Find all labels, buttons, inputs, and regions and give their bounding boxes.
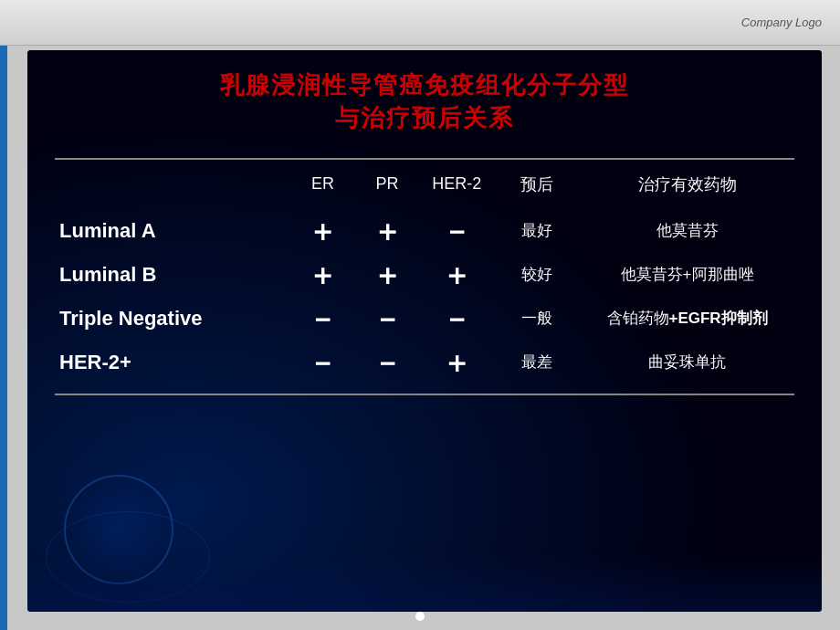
pagination-dot-active bbox=[415, 612, 425, 621]
slide-container: 乳腺浸润性导管癌免疫组化分子分型 与治疗预后关系 ER PR HER-2 预后 … bbox=[27, 50, 822, 612]
header-pr: PR bbox=[355, 169, 419, 209]
row-label-3: HER-2+ bbox=[55, 341, 290, 384]
row-pr-2: － bbox=[355, 297, 419, 341]
row-label-0: Luminal A bbox=[55, 209, 290, 253]
row-treatment-1: 他莫昔芬+阿那曲唑 bbox=[580, 253, 794, 297]
header-prognosis: 预后 bbox=[494, 169, 580, 209]
row-prognosis-0: 最好 bbox=[494, 209, 580, 253]
row-er-1: ＋ bbox=[290, 253, 354, 297]
row-er-3: － bbox=[290, 341, 354, 384]
row-prognosis-2: 一般 bbox=[494, 297, 580, 341]
row-label-2: Triple Negative bbox=[55, 297, 290, 341]
title-line1: 乳腺浸润性导管癌免疫组化分子分型 bbox=[55, 68, 794, 101]
row-label-1: Luminal B bbox=[55, 253, 290, 297]
row-er-2: － bbox=[290, 297, 354, 341]
company-logo: Company Logo bbox=[741, 16, 822, 29]
slide-content: 乳腺浸润性导管癌免疫组化分子分型 与治疗预后关系 ER PR HER-2 预后 … bbox=[27, 50, 822, 414]
row-prognosis-3: 最差 bbox=[494, 341, 580, 384]
row-her2-0: － bbox=[419, 209, 494, 253]
left-accent-bar bbox=[0, 46, 7, 630]
row-er-0: ＋ bbox=[290, 209, 354, 253]
slide-bottom-gradient bbox=[27, 557, 822, 612]
slide-title: 乳腺浸润性导管癌免疫组化分子分型 与治疗预后关系 bbox=[55, 68, 794, 135]
table-row: Triple Negative－－－一般含铂药物+EGFR抑制剂 bbox=[55, 297, 794, 341]
table-header-row: ER PR HER-2 预后 治疗有效药物 bbox=[55, 169, 794, 209]
header-er: ER bbox=[290, 169, 354, 209]
row-pr-0: ＋ bbox=[355, 209, 419, 253]
header-her2: HER-2 bbox=[419, 169, 494, 209]
row-her2-2: － bbox=[419, 297, 494, 341]
table-row: HER-2+－－＋最差曲妥珠单抗 bbox=[55, 341, 794, 384]
row-pr-3: － bbox=[355, 341, 419, 384]
header-treatment: 治疗有效药物 bbox=[580, 169, 794, 209]
header-label bbox=[55, 169, 290, 209]
pagination bbox=[415, 612, 425, 621]
top-divider bbox=[55, 158, 794, 160]
table-row: Luminal A＋＋－最好他莫昔芬 bbox=[55, 209, 794, 253]
table-row: Luminal B＋＋＋较好他莫昔芬+阿那曲唑 bbox=[55, 253, 794, 297]
row-her2-3: ＋ bbox=[419, 341, 494, 384]
top-bar: Company Logo bbox=[0, 0, 840, 46]
bottom-divider bbox=[55, 394, 794, 395]
row-her2-1: ＋ bbox=[419, 253, 494, 297]
row-treatment-3: 曲妥珠单抗 bbox=[580, 341, 794, 384]
row-pr-1: ＋ bbox=[355, 253, 419, 297]
row-treatment-2: 含铂药物+EGFR抑制剂 bbox=[580, 297, 794, 341]
row-treatment-0: 他莫昔芬 bbox=[580, 209, 794, 253]
row-prognosis-1: 较好 bbox=[494, 253, 580, 297]
data-table: ER PR HER-2 预后 治疗有效药物 Luminal A＋＋－最好他莫昔芬… bbox=[55, 169, 794, 384]
title-line2: 与治疗预后关系 bbox=[55, 101, 794, 134]
